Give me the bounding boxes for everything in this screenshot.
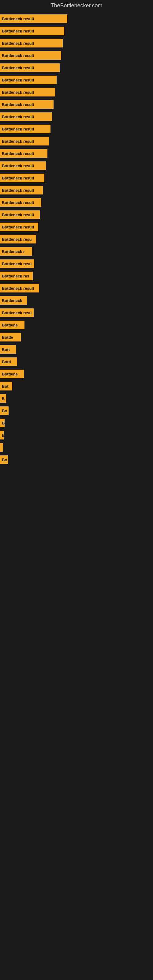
bars-container: Bottleneck resultBottleneck resultBottle…: [0, 11, 153, 471]
bar-37: Bo: [0, 455, 8, 464]
bar-12: Bottleneck result: [0, 149, 48, 158]
bar-label: Bo: [2, 409, 7, 413]
bar-label: Bottleneck result: [2, 78, 34, 83]
bar-6: Bottleneck result: [0, 76, 57, 84]
bar-label: B: [2, 433, 4, 438]
bar-19: Bottleneck resu: [0, 235, 36, 243]
bar-row: Bottl: [0, 357, 153, 366]
bar-15: Bottleneck result: [0, 186, 43, 194]
bar-row: B: [0, 418, 153, 427]
bar-20: Bottleneck r: [0, 247, 32, 256]
bar-14: Bottleneck result: [0, 173, 45, 182]
bar-label: Bottleneck result: [2, 16, 34, 21]
bar-label: Bottl: [2, 360, 11, 364]
bar-26: Bottlene: [0, 321, 24, 329]
bar-27: Bottle: [0, 333, 21, 342]
bar-row: Bottleneck result: [0, 186, 153, 194]
bar-row: Bottlene: [0, 321, 153, 329]
bar-25: Bottleneck resu: [0, 309, 33, 317]
bar-8: Bottleneck result: [0, 100, 54, 109]
bar-label: Bottleneck resu: [2, 310, 32, 315]
bar-row: Bottlene: [0, 370, 153, 378]
bar-label: Bottleneck res: [2, 274, 29, 278]
bar-4: Bottleneck result: [0, 51, 61, 60]
bar-label: Bottleneck result: [2, 29, 34, 33]
bar-label: Bot: [2, 384, 9, 389]
bar-label: Bottleneck result: [2, 102, 34, 107]
bar-label: B: [2, 421, 5, 425]
bar-label: Bottle: [2, 335, 13, 340]
bar-29: Bottl: [0, 357, 17, 366]
bar-row: Bottleneck result: [0, 39, 153, 48]
bar-row: Bottleneck result: [0, 149, 153, 158]
bar-label: Bottleneck result: [2, 139, 34, 144]
bar-row: Bottleneck r: [0, 247, 153, 256]
bar-row: Bottleneck result: [0, 125, 153, 133]
bar-row: Bottleneck result: [0, 64, 153, 72]
bar-label: Bottleneck result: [2, 151, 34, 156]
bar-row: Bottleneck result: [0, 223, 153, 231]
bar-label: Bottleneck result: [2, 225, 34, 229]
bar-row: Bo: [0, 455, 153, 464]
bar-13: Bottleneck result: [0, 161, 46, 170]
bar-row: Bottleneck resu: [0, 235, 153, 243]
bar-row: Bottleneck result: [0, 112, 153, 121]
bar-16: Bottleneck result: [0, 198, 41, 207]
bar-1: Bottleneck result: [0, 14, 67, 23]
bar-23: Bottleneck result: [0, 284, 39, 293]
bar-31: Bot: [0, 382, 12, 390]
bar-11: Bottleneck result: [0, 137, 49, 145]
bar-label: Bottleneck r: [2, 249, 25, 254]
bar-row: Bottleneck result: [0, 51, 153, 60]
bar-label: Bottleneck result: [2, 286, 34, 291]
bar-label: Bottleneck result: [2, 213, 34, 217]
bar-row: Bottleneck resu: [0, 259, 153, 268]
bar-18: Bottleneck result: [0, 223, 38, 231]
bar-33: Bo: [0, 406, 9, 415]
bar-row: Bottleneck result: [0, 173, 153, 182]
bar-row: Bot: [0, 382, 153, 390]
bar-label: Bott: [2, 347, 10, 352]
bar-label: B: [2, 396, 5, 401]
bar-row: Bottleneck result: [0, 88, 153, 97]
bar-21: Bottleneck resu: [0, 259, 34, 268]
bar-row: Bottleneck result: [0, 137, 153, 145]
bar-24: Bottleneck: [0, 296, 27, 305]
bar-5: Bottleneck result: [0, 64, 60, 72]
site-title: TheBottlenecker.com: [0, 0, 153, 11]
bar-22: Bottleneck res: [0, 272, 33, 280]
bar-row: Bottleneck resu: [0, 309, 153, 317]
bar-row: Bottleneck result: [0, 161, 153, 170]
bar-label: Bottleneck result: [2, 90, 34, 95]
bar-row: Bottleneck result: [0, 76, 153, 84]
bar-32: B: [0, 394, 6, 403]
bar-label: Bottleneck result: [2, 127, 34, 131]
bar-row: Bo: [0, 406, 153, 415]
bar-7: Bottleneck result: [0, 88, 55, 97]
bar-row: Bottleneck: [0, 296, 153, 305]
bar-17: Bottleneck result: [0, 210, 40, 219]
bar-10: Bottleneck result: [0, 125, 51, 133]
bar-label: Bottleneck resu: [2, 237, 32, 242]
bar-row: Bottleneck result: [0, 100, 153, 109]
bar-label: Bottleneck result: [2, 188, 34, 192]
bar-label: Bottleneck result: [2, 176, 34, 180]
bar-label: Bottleneck result: [2, 115, 34, 119]
bar-row: Bottleneck result: [0, 284, 153, 293]
bar-label: Bottleneck: [2, 298, 22, 303]
bar-row: Bottleneck result: [0, 27, 153, 35]
bar-label: Bottlene: [2, 372, 18, 376]
bar-9: Bottleneck result: [0, 112, 52, 121]
bar-row: Bottleneck result: [0, 210, 153, 219]
bar-row: Bott: [0, 345, 153, 354]
bar-2: Bottleneck result: [0, 27, 64, 35]
bar-36: [0, 443, 3, 452]
bar-label: Bottleneck result: [2, 200, 34, 205]
bar-34: B: [0, 418, 5, 427]
bar-row: Bottleneck result: [0, 198, 153, 207]
bar-label: Bottlene: [2, 323, 18, 328]
bar-label: Bo: [2, 458, 7, 462]
bar-30: Bottlene: [0, 370, 24, 378]
bar-label: Bottleneck result: [2, 65, 34, 70]
bar-28: Bott: [0, 345, 16, 354]
